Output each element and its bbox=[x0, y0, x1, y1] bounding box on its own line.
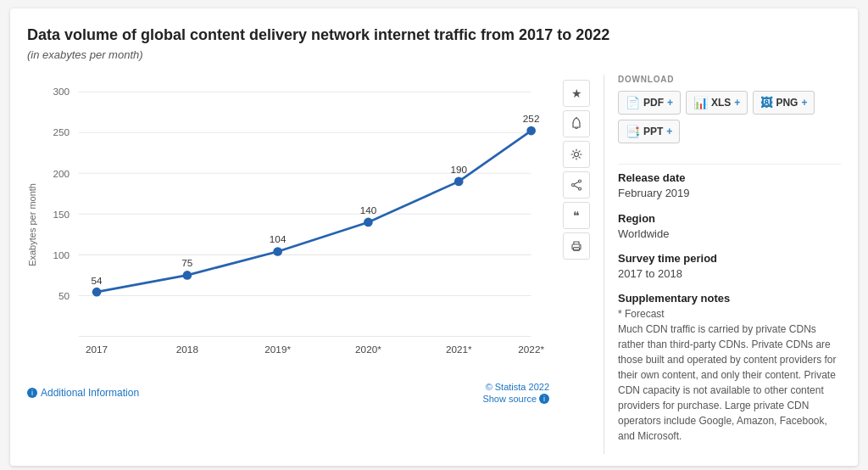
release-date-row: Release date February 2019 bbox=[618, 171, 841, 201]
additional-info-label: Additional Information bbox=[41, 387, 139, 399]
chart-line bbox=[97, 131, 531, 292]
download-png-button[interactable]: 🖼 PNG + bbox=[753, 91, 815, 115]
label-2019: 104 bbox=[270, 234, 287, 245]
page-subtitle: (in exabytes per month) bbox=[27, 48, 841, 61]
download-ppt-button[interactable]: 📑 PPT + bbox=[618, 120, 680, 143]
svg-text:200: 200 bbox=[53, 168, 70, 179]
svg-text:150: 150 bbox=[53, 209, 70, 220]
additional-info-button[interactable]: i Additional Information bbox=[27, 387, 139, 399]
ppt-label: PPT bbox=[643, 126, 663, 137]
label-2020: 140 bbox=[360, 205, 377, 216]
release-date-value: February 2019 bbox=[618, 186, 841, 201]
download-buttons: 📄 PDF + 📊 XLS + 🖼 PNG + bbox=[618, 91, 841, 143]
xlabel-2017: 2017 bbox=[86, 344, 108, 355]
share-icon bbox=[570, 179, 582, 191]
supplementary-label: Supplementary notes bbox=[618, 292, 841, 305]
data-point-2018 bbox=[183, 271, 192, 280]
supplementary-row: Supplementary notes * Forecast Much CDN … bbox=[618, 292, 841, 444]
info-section: Release date February 2019 Region Worldw… bbox=[618, 171, 841, 454]
show-source-label: Show source bbox=[482, 394, 537, 404]
svg-point-22 bbox=[579, 246, 580, 247]
svg-text:250: 250 bbox=[53, 127, 70, 138]
xls-icon: 📊 bbox=[693, 96, 708, 109]
cite-button[interactable]: ❝ bbox=[563, 202, 590, 229]
chart-area: 300 250 200 150 100 50 bbox=[42, 75, 549, 375]
svg-text:100: 100 bbox=[53, 249, 70, 260]
show-source-button[interactable]: Show source i bbox=[482, 394, 549, 404]
data-point-2021 bbox=[454, 177, 464, 187]
svg-text:300: 300 bbox=[53, 87, 70, 98]
region-label: Region bbox=[618, 212, 841, 225]
region-row: Region Worldwide bbox=[618, 212, 841, 242]
bell-icon bbox=[570, 117, 582, 131]
svg-point-14 bbox=[575, 153, 579, 157]
region-value: Worldwide bbox=[618, 227, 841, 242]
label-2022: 252 bbox=[523, 114, 540, 125]
download-section: DOWNLOAD 📄 PDF + 📊 XLS + 🖼 PNG bbox=[618, 75, 841, 143]
divider-1 bbox=[618, 164, 841, 165]
data-point-2020 bbox=[364, 218, 373, 227]
pdf-icon: 📄 bbox=[626, 96, 640, 109]
show-source-icon: i bbox=[539, 394, 549, 404]
label-2021: 190 bbox=[450, 165, 467, 176]
share-button[interactable] bbox=[563, 171, 590, 199]
toolbar: ★ bbox=[559, 75, 593, 454]
print-button[interactable] bbox=[563, 232, 590, 260]
svg-point-16 bbox=[579, 187, 581, 190]
ppt-plus-icon: + bbox=[666, 126, 672, 137]
survey-period-value: 2017 to 2018 bbox=[618, 266, 841, 282]
png-label: PNG bbox=[776, 97, 798, 109]
xlabel-2018: 2018 bbox=[176, 344, 199, 355]
notification-button[interactable] bbox=[563, 110, 590, 137]
xls-label: XLS bbox=[711, 97, 731, 109]
main-container: Data volume of global content delivery n… bbox=[10, 8, 858, 466]
svg-text:50: 50 bbox=[58, 290, 70, 301]
label-2017: 54 bbox=[92, 275, 103, 286]
data-point-2019 bbox=[273, 248, 282, 257]
survey-period-row: Survey time period 2017 to 2018 bbox=[618, 252, 841, 282]
source-line: © Statista 2022 Show source i bbox=[482, 382, 549, 404]
download-pdf-button[interactable]: 📄 PDF + bbox=[618, 91, 681, 115]
xlabel-2022: 2022* bbox=[518, 344, 544, 355]
png-icon: 🖼 bbox=[760, 96, 772, 109]
print-icon bbox=[570, 240, 582, 252]
svg-point-15 bbox=[579, 180, 581, 182]
star-button[interactable]: ★ bbox=[563, 80, 590, 107]
additional-info-icon: i bbox=[27, 388, 37, 398]
page-title: Data volume of global content delivery n… bbox=[27, 25, 841, 45]
png-plus-icon: + bbox=[801, 97, 807, 109]
chart-footer: i Additional Information © Statista 2022… bbox=[27, 382, 549, 404]
settings-button[interactable] bbox=[563, 141, 590, 168]
download-xls-button[interactable]: 📊 XLS + bbox=[686, 91, 748, 115]
chart-section: Exabytes per month bbox=[27, 75, 549, 454]
xlabel-2019: 2019* bbox=[264, 344, 291, 355]
label-2018: 75 bbox=[181, 258, 193, 269]
svg-line-18 bbox=[574, 182, 578, 185]
survey-period-label: Survey time period bbox=[618, 252, 841, 265]
statista-label: © Statista 2022 bbox=[486, 382, 549, 392]
svg-point-17 bbox=[572, 184, 575, 187]
gear-icon bbox=[570, 148, 582, 160]
release-date-label: Release date bbox=[618, 171, 841, 184]
pdf-plus-icon: + bbox=[667, 97, 673, 109]
xlabel-2020: 2020* bbox=[355, 344, 381, 355]
chart-svg: 300 250 200 150 100 50 bbox=[42, 75, 549, 372]
data-point-2017 bbox=[92, 288, 102, 297]
supplementary-value: * Forecast Much CDN traffic is carried b… bbox=[618, 306, 841, 444]
xlabel-2021: 2021* bbox=[446, 344, 472, 355]
svg-line-19 bbox=[574, 186, 578, 188]
data-point-2022 bbox=[526, 126, 536, 136]
pdf-label: PDF bbox=[643, 97, 664, 109]
ppt-icon: 📑 bbox=[626, 125, 640, 138]
y-axis-label: Exabytes per month bbox=[27, 183, 37, 266]
right-panel: DOWNLOAD 📄 PDF + 📊 XLS + 🖼 PNG bbox=[604, 75, 841, 454]
xls-plus-icon: + bbox=[734, 97, 740, 109]
download-label: DOWNLOAD bbox=[618, 75, 841, 84]
